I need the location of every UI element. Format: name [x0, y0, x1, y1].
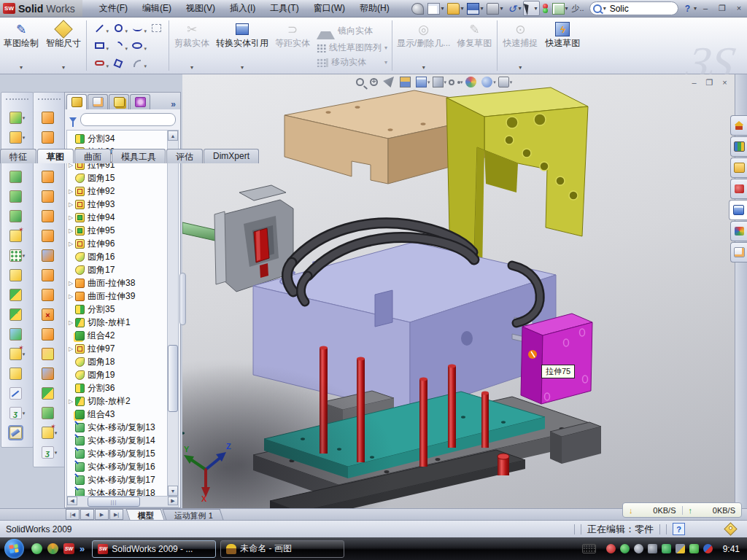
tree-item[interactable]: ▷ 实体-移动/复制16 — [69, 460, 167, 473]
task-pane-tab[interactable] — [730, 242, 747, 262]
toolbar-button[interactable]: ▾ — [1, 187, 33, 206]
display-delete-relations-button[interactable]: ◎ 显示/删除几... ▾ — [394, 18, 453, 74]
sketch-entity-button[interactable]: ▾ — [90, 37, 109, 55]
tree-item[interactable]: ▷ 拉伸97 — [69, 342, 167, 355]
new-file-button[interactable]: ▾ — [426, 2, 445, 15]
move-entities-button[interactable]: 移动实体 ▾ — [317, 56, 387, 69]
menu-item[interactable]: 帮助(H) — [353, 0, 396, 17]
scrollbar-thumb[interactable] — [168, 345, 178, 412]
restore-button[interactable]: ❐ — [715, 3, 729, 15]
tab-nav-button[interactable]: |◀ — [66, 509, 80, 520]
task-pane-tab[interactable] — [730, 136, 747, 157]
tray-update-gear-icon[interactable] — [634, 544, 643, 553]
ribbon-tab[interactable]: 模具工具 — [112, 149, 166, 163]
sketch-entity-button[interactable]: ▾ — [147, 20, 166, 37]
sketch-entity-button[interactable]: ▾ — [147, 37, 166, 55]
toolbar-button[interactable]: ▾ — [1, 403, 33, 423]
sketch-entity-button[interactable]: ▾ — [90, 20, 109, 37]
tray-security-alert-icon[interactable] — [606, 544, 616, 553]
toolbar-button[interactable]: ▾ — [1, 384, 33, 403]
expand-arrow-icon[interactable]: ▷ — [69, 228, 75, 234]
view-tool-button[interactable]: ▾ — [370, 78, 382, 86]
tree-item[interactable]: ▷ 切除-放样2 — [69, 394, 167, 408]
menu-item[interactable]: 视图(V) — [179, 0, 222, 17]
view-tool-button[interactable]: ▾ — [400, 77, 414, 88]
toolbar-button[interactable]: ▾ — [1, 108, 33, 128]
toolbar-button[interactable]: ▾ — [34, 128, 65, 147]
tree-item[interactable]: ▷ 切除-放样1 — [69, 316, 167, 329]
feature-manager-tab[interactable] — [130, 94, 150, 109]
toolbar-button[interactable]: ▾ — [1, 246, 33, 265]
select-tool-button[interactable]: ▾ — [523, 1, 539, 16]
toolbar-button[interactable]: ▾ — [1, 167, 33, 187]
sketch-entity-button[interactable]: ▾ — [128, 20, 147, 37]
tabs-overflow-icon[interactable]: » — [166, 99, 180, 109]
toolbar-button[interactable]: ▾ — [34, 285, 65, 305]
tree-item[interactable]: ▷ 分割36 — [69, 381, 167, 394]
toolbar-button[interactable]: ▾ — [34, 403, 65, 423]
feature-manager-tab[interactable] — [88, 94, 108, 109]
toolbar-button[interactable]: ▾ — [1, 128, 33, 147]
task-pane-tab[interactable] — [730, 115, 747, 136]
undo-button[interactable]: ↺▾ — [505, 3, 522, 15]
toolbar-button[interactable]: ▾ — [34, 246, 65, 265]
dropdown-icon[interactable]: ▾ — [55, 450, 58, 456]
security-app-icon[interactable] — [47, 543, 58, 554]
expand-arrow-icon[interactable]: ▷ — [69, 201, 75, 208]
mirror-entities-button[interactable]: 镜向实体 — [317, 23, 387, 39]
toolbar-button[interactable]: ▾ — [1, 305, 33, 324]
task-pane-tab[interactable] — [730, 221, 747, 241]
feature-manager-tab[interactable] — [109, 94, 129, 109]
sketch-entity-button[interactable]: ▾ — [128, 55, 147, 72]
dropdown-icon[interactable]: ▾ — [23, 411, 26, 416]
view-tool-button[interactable]: ▾ — [416, 77, 430, 88]
toolbar-button[interactable]: ▾ — [34, 443, 65, 462]
scroll-right-icon[interactable]: ▶ — [168, 497, 178, 505]
doc-minimize-button[interactable]: – — [688, 77, 700, 88]
tab-nav-button[interactable]: ▶| — [109, 509, 123, 520]
menu-item[interactable]: 插入(I) — [223, 0, 262, 17]
expand-arrow-icon[interactable]: ▷ — [69, 241, 75, 247]
tree-vertical-scrollbar[interactable]: ▲ ▼ — [167, 131, 178, 496]
task-pane-tab[interactable] — [730, 179, 747, 199]
view-tool-button[interactable]: ▾ — [498, 77, 513, 88]
start-button[interactable] — [4, 539, 24, 559]
tree-item[interactable]: ▷ 圆角15 — [69, 171, 167, 184]
tree-item[interactable]: ▷ 圆角19 — [69, 368, 167, 381]
expand-arrow-icon[interactable]: ▷ — [69, 280, 75, 287]
filter-input[interactable] — [80, 113, 176, 126]
sketch-entity-button[interactable]: ▾ — [109, 55, 128, 72]
view-tool-button[interactable]: ▾ — [481, 77, 496, 88]
tab-nav-button[interactable]: ◀ — [80, 509, 94, 520]
ribbon-tab[interactable]: DimXpert — [204, 149, 259, 163]
scrollbar-thumb[interactable]: ||| — [88, 497, 140, 507]
pin-icon[interactable] — [410, 2, 425, 15]
quick-tips-icon[interactable]: ? — [673, 523, 685, 535]
tag-icon[interactable] — [724, 522, 737, 535]
taskbar-window-paint[interactable]: 未命名 - 画图 — [220, 540, 344, 558]
offset-entities-button[interactable]: ⊃ 等距实体 — [271, 18, 314, 74]
overflow-text-button[interactable]: 少.. — [570, 3, 586, 14]
toolbar-button[interactable]: ▾ — [34, 423, 65, 443]
convert-entities-button[interactable]: 转换实体引用 ▾ — [213, 18, 271, 74]
toolbar-button[interactable]: ▾ — [1, 344, 33, 364]
tray-volume-icon[interactable] — [648, 544, 657, 553]
expand-arrow-icon[interactable]: ▷ — [69, 188, 75, 195]
toolbar-button[interactable]: ▾ — [1, 265, 33, 285]
tree-item[interactable]: ▷ 拉伸94 — [69, 211, 167, 224]
ribbon-tab[interactable]: 评估 — [166, 149, 203, 163]
ribbon-tab[interactable]: 草图 — [37, 149, 74, 163]
scroll-up-icon[interactable]: ▲ — [168, 131, 178, 141]
view-tool-button[interactable]: ▾ — [356, 78, 368, 86]
tree-item[interactable]: ▷ 实体-移动/复制15 — [69, 447, 167, 460]
sketch-entity-button[interactable]: ▾ — [147, 55, 166, 72]
filter-icon[interactable] — [69, 117, 77, 122]
toolbar-button[interactable]: ▾ — [1, 324, 33, 344]
tree-item[interactable]: ▷ 分割34 — [69, 132, 167, 145]
scroll-left-icon[interactable]: ◀ — [67, 497, 77, 505]
options-button[interactable]: ▾ — [551, 2, 570, 15]
tree-item[interactable]: ▷ 拉伸96 — [69, 237, 167, 250]
feature-manager-tab[interactable] — [66, 94, 87, 109]
task-pane-tab[interactable] — [730, 158, 747, 178]
tree-item[interactable]: ▷ 圆角17 — [69, 263, 167, 276]
